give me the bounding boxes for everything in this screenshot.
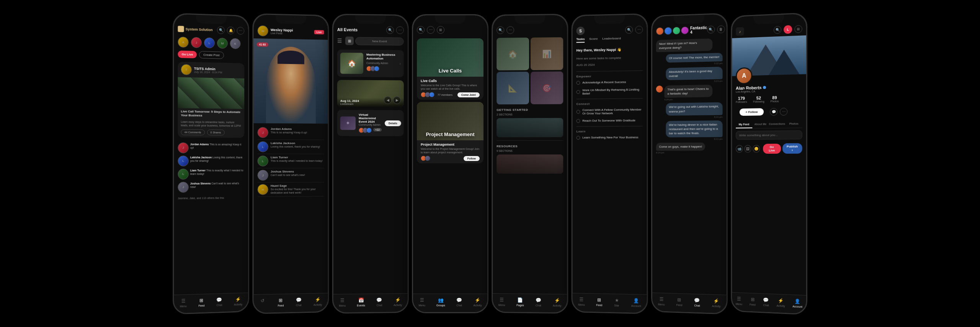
lc-content-3: Liam Turner This is exactly what I neede… bbox=[271, 155, 324, 166]
live-prev-icon[interactable]: ◀ bbox=[384, 96, 392, 104]
feed-input[interactable] bbox=[736, 130, 802, 140]
profile-video-icon[interactable]: 📹 bbox=[736, 145, 743, 152]
chat-more-icon[interactable]: 🗑 bbox=[717, 25, 725, 33]
nav-feed-1[interactable]: ⊞ Feed bbox=[198, 297, 204, 307]
nav-chat-7[interactable]: 💬 Chat bbox=[694, 297, 700, 307]
events-search-icon[interactable]: 🔍 bbox=[386, 26, 394, 34]
nav-chat-2[interactable]: 💬 Chat bbox=[296, 297, 302, 306]
menu-icon[interactable]: ⋯ bbox=[237, 27, 245, 35]
comments-button[interactable]: 44 Comments bbox=[181, 129, 205, 135]
nav-chat-4[interactable]: 💬 Chat bbox=[456, 297, 462, 307]
task-check-5[interactable] bbox=[576, 135, 580, 139]
pages-search-icon[interactable]: 🔍 bbox=[497, 26, 504, 34]
nav-groups-4[interactable]: 👥 Groups bbox=[436, 297, 445, 307]
come-join-button[interactable]: Come Join! bbox=[457, 92, 480, 97]
page-inner-2: 📊 bbox=[531, 37, 563, 70]
nav-feed-7[interactable]: ⊞ Feed bbox=[676, 296, 683, 306]
page-card-4[interactable]: 🎯 bbox=[531, 71, 563, 104]
tab-connections[interactable]: Connections bbox=[769, 120, 786, 128]
profile-emoji-icon[interactable]: 😊 bbox=[753, 145, 760, 152]
shares-button[interactable]: 0 Shares bbox=[207, 129, 225, 135]
nav-activity-7[interactable]: ⚡ Activity bbox=[712, 297, 720, 307]
nav-menu-3[interactable]: ☰ Menu bbox=[339, 297, 346, 307]
nav-feed-8[interactable]: ⊞ Feed bbox=[750, 296, 756, 306]
nav-menu-7[interactable]: ☰ Menu bbox=[658, 296, 665, 306]
story-avatar-5[interactable]: K bbox=[230, 38, 241, 49]
mav-3 bbox=[429, 92, 434, 97]
tab-tasks[interactable]: Tasks bbox=[576, 37, 585, 43]
groups-more-icon[interactable]: ⋯ bbox=[427, 26, 434, 34]
list-view-icon[interactable]: ☰ bbox=[337, 38, 342, 44]
nav-star-6[interactable]: ★ Star bbox=[614, 297, 620, 307]
events-more-icon[interactable]: ⋯ bbox=[396, 26, 404, 34]
story-avatar-3[interactable]: L bbox=[204, 37, 215, 48]
follow-button[interactable]: Follow bbox=[464, 156, 480, 161]
nav-pages-5[interactable]: 📄 Pages bbox=[516, 297, 524, 306]
new-event-button[interactable]: New Event bbox=[355, 37, 404, 45]
nav-activity-3[interactable]: ⚡ Activity bbox=[394, 297, 402, 306]
profile-image-icon[interactable]: 🖼 bbox=[744, 145, 751, 152]
create-post-button[interactable]: Create Post bbox=[199, 51, 224, 59]
search-icon[interactable]: 🔍 bbox=[217, 26, 225, 34]
page-card-2[interactable]: 📊 bbox=[531, 37, 563, 70]
pages-more-icon[interactable]: ⋯ bbox=[506, 26, 514, 34]
nav-menu-4[interactable]: ☰ Menu bbox=[418, 297, 425, 307]
tab-photos[interactable]: Photos bbox=[786, 120, 802, 128]
nav-feed-6[interactable]: ⊞ Feed bbox=[596, 297, 602, 306]
nav-chat-5[interactable]: 💬 Chat bbox=[535, 297, 541, 307]
nav-chat-1[interactable]: 💬 Chat bbox=[216, 297, 222, 306]
nav-menu-2[interactable]: ↺ bbox=[260, 297, 266, 307]
page-card-1[interactable]: 🏠 bbox=[497, 38, 529, 71]
nav-menu-8[interactable]: ☰ Menu bbox=[736, 296, 742, 305]
menu-label-6: Menu bbox=[578, 303, 585, 306]
chat-search-icon[interactable]: 🔍 bbox=[707, 25, 715, 33]
nav-activity-1[interactable]: ⚡ Activity bbox=[234, 296, 242, 306]
publish-button[interactable]: Publish › bbox=[782, 143, 802, 153]
profile-go-live-button[interactable]: Go Live bbox=[763, 143, 781, 153]
story-avatar-4[interactable]: M bbox=[217, 38, 228, 49]
tab-about-me[interactable]: About Me bbox=[752, 121, 769, 128]
groups-search-icon[interactable]: 🔍 bbox=[417, 26, 425, 34]
chat-label-4: Chat bbox=[456, 304, 462, 307]
phone-feed: System Solution 🔍 🔔 ⋯ A J L M K Go Live … bbox=[173, 13, 249, 314]
go-live-button[interactable]: Go Live bbox=[178, 50, 197, 58]
nav-activity-4[interactable]: ⚡ Activity bbox=[473, 297, 482, 307]
nav-events-3[interactable]: 📅 Events bbox=[357, 297, 365, 307]
groups-grid-icon[interactable]: ⊞ bbox=[437, 26, 444, 34]
story-avatar-2[interactable]: J bbox=[191, 37, 202, 48]
nav-chat-3[interactable]: 💬 Chat bbox=[376, 297, 382, 306]
task-check-4[interactable] bbox=[576, 119, 580, 123]
details-button[interactable]: Details bbox=[385, 120, 401, 126]
profile-grid-icon[interactable]: ⊞ bbox=[794, 25, 802, 33]
tab-score[interactable]: Score bbox=[589, 37, 598, 42]
nav-menu-1[interactable]: ☰ Menu bbox=[180, 297, 187, 307]
task-check-3[interactable] bbox=[576, 110, 580, 113]
profile-search-icon[interactable]: 🔍 bbox=[774, 26, 781, 34]
story-avatar-1[interactable]: A bbox=[178, 36, 188, 48]
nav-activity-2[interactable]: ⚡ Activity bbox=[314, 296, 322, 306]
nav-account-8[interactable]: 👤 Account bbox=[792, 298, 802, 308]
profile-message-icon[interactable]: 💬 bbox=[770, 108, 777, 115]
bottom-nav-7: ☰ Menu ⊞ Feed 💬 Chat ⚡ Activity bbox=[652, 292, 727, 313]
nav-account-6[interactable]: 👤 Account bbox=[631, 297, 641, 307]
grid-view-icon[interactable]: ⊞ bbox=[345, 36, 354, 45]
nav-activity-8[interactable]: ⚡ Activity bbox=[776, 297, 785, 307]
nav-activity-5[interactable]: ⚡ Activity bbox=[553, 297, 561, 307]
tab-leaderboard[interactable]: Leaderboard bbox=[602, 36, 621, 42]
page-card-3[interactable]: 📐 bbox=[497, 72, 529, 104]
nav-menu-6[interactable]: ☰ Menu bbox=[578, 296, 585, 306]
profile-options-icon[interactable]: ⋯ bbox=[780, 107, 787, 115]
nav-feed-2[interactable]: ⊞ Feed bbox=[278, 297, 284, 307]
tasks-more-icon[interactable]: ⋯ bbox=[635, 26, 643, 33]
chat-avatars bbox=[656, 26, 689, 35]
nav-chat-8[interactable]: 💬 Chat bbox=[763, 297, 769, 307]
feed-logo: System Solution bbox=[178, 26, 212, 33]
nav-menu-5[interactable]: ☰ Menu bbox=[498, 297, 505, 306]
task-check-2[interactable] bbox=[576, 90, 580, 94]
bell-icon[interactable]: 🔔 bbox=[227, 26, 235, 35]
tab-my-feed[interactable]: My Feed bbox=[736, 121, 752, 128]
live-next-icon[interactable]: ▶ bbox=[393, 96, 401, 104]
task-check-1[interactable] bbox=[576, 81, 580, 84]
follow-profile-button[interactable]: + Follow bbox=[740, 108, 764, 116]
tasks-search-icon[interactable]: 🔍 bbox=[625, 26, 633, 33]
